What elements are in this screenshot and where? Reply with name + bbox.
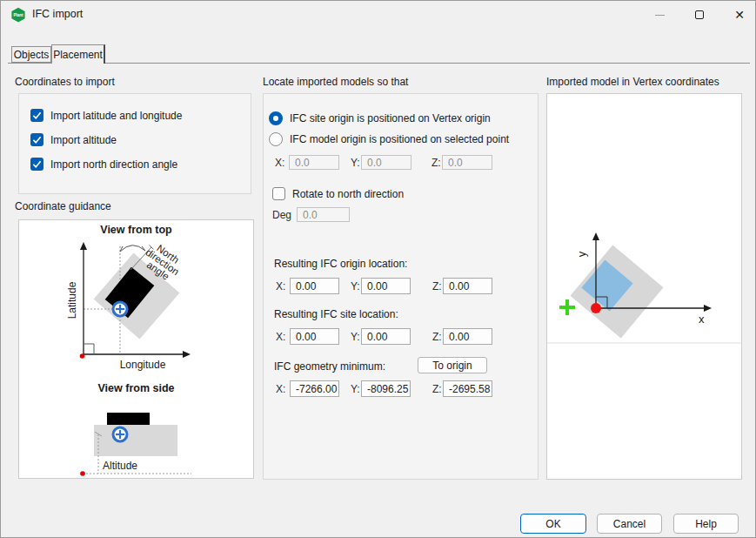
minimize-icon (655, 15, 665, 16)
x-axis-label: X: (276, 383, 285, 395)
close-button[interactable]: ✕ (725, 3, 754, 26)
coordinate-guidance-title: Coordinate guidance (15, 200, 111, 212)
vertex-preview-title: Imported model in Vertex coordinates (546, 76, 719, 88)
maximize-icon (695, 10, 704, 19)
deg-label: Deg (272, 209, 291, 221)
app-logo-icon: Plant (10, 7, 26, 23)
selected-point-x-field[interactable]: 0.0 (289, 155, 339, 170)
checkbox-label: Rotate to north direction (292, 188, 404, 200)
top-view-title: View from top (19, 224, 253, 236)
x-axis-label: X: (276, 280, 285, 293)
top-view-diagram: Latitude Longitude North direction angle (19, 237, 255, 380)
y-axis-arrow (592, 232, 599, 240)
check-icon (33, 112, 40, 118)
altitude-label: Altitude (103, 460, 137, 472)
origin-x-field[interactable]: 0.00 (290, 278, 339, 294)
origin-y-field[interactable]: 0.00 (361, 278, 411, 294)
site-y-field[interactable]: 0.00 (361, 328, 411, 345)
origin-z-field[interactable]: 0.00 (443, 278, 492, 294)
radio-unselected-icon (269, 132, 283, 146)
locate-group: IFC site origin is positioned on Vertex … (263, 93, 539, 480)
title-bar: Plant IFC import ✕ (1, 1, 755, 29)
z-axis-label: Z: (432, 383, 442, 395)
site-x-field[interactable]: 0.00 (290, 328, 339, 345)
checkbox-checked-icon (30, 158, 43, 171)
checkbox-import-altitude[interactable]: Import altitude (30, 133, 117, 146)
tab-placement[interactable]: Placement (51, 44, 105, 64)
z-axis-label: Z: (432, 331, 442, 343)
checkbox-import-latitude[interactable]: Import latitude and longitude (30, 109, 182, 122)
minimum-x-field[interactable]: -7266.00 (290, 380, 339, 397)
checkbox-rotate-north[interactable]: Rotate to north direction (272, 187, 404, 200)
origin-location-heading: Resulting IFC origin location: (274, 258, 407, 270)
radio-label: IFC site origin is positioned on Vertex … (290, 112, 491, 124)
ok-button[interactable]: OK (520, 514, 586, 534)
angle-arc (120, 245, 145, 252)
app-badge-text: Plant (13, 13, 23, 17)
locate-title: Locate imported models so that (263, 76, 408, 88)
minimum-z-field[interactable]: -2695.58 (443, 380, 492, 397)
minimum-y-field[interactable]: -8096.25 (361, 380, 411, 397)
cancel-button[interactable]: Cancel (597, 514, 662, 534)
latitude-axis-label: Latitude (66, 281, 78, 319)
maximize-button[interactable] (685, 3, 714, 26)
radio-site-origin[interactable]: IFC site origin is positioned on Vertex … (269, 111, 491, 125)
checkbox-checked-icon (30, 109, 43, 122)
y-axis-label: y (575, 251, 588, 257)
origin-dot (591, 303, 601, 313)
checkbox-label: Import latitude and longitude (50, 110, 182, 122)
radio-label: IFC model origin is positioned on select… (290, 133, 509, 145)
z-axis-label: Z: (432, 280, 442, 293)
site-shape (94, 425, 177, 456)
origin-dot (80, 353, 85, 359)
latitude-axis-arrow (80, 242, 87, 250)
z-axis-label: Z: (432, 157, 441, 169)
check-icon (33, 161, 40, 166)
origin-dot (80, 471, 85, 476)
tab-objects-label: Objects (14, 49, 50, 61)
geometry-minimum-heading: IFC geometry minimum: (274, 360, 385, 373)
y-axis-label: Y: (351, 157, 360, 169)
coordinates-to-import-group: Import latitude and longitude Import alt… (18, 93, 251, 194)
site-location-heading: Resulting IFC site location: (274, 308, 398, 320)
tab-placement-label: Placement (53, 49, 103, 61)
coordinate-guidance-panel: View from top Latitude Longitude North (18, 219, 254, 479)
vertex-preview-diagram: y x (547, 94, 741, 479)
x-axis-label: X: (276, 331, 285, 343)
checkbox-checked-icon (30, 133, 43, 146)
to-origin-button[interactable]: To origin (418, 357, 487, 373)
checkbox-unchecked-icon (272, 187, 285, 200)
radio-selected-icon (269, 111, 283, 125)
x-axis-label: x (699, 313, 705, 326)
y-axis-label: Y: (351, 331, 360, 343)
coordinates-to-import-title: Coordinates to import (15, 76, 115, 88)
checkbox-import-north-angle[interactable]: Import north direction angle (30, 158, 177, 171)
selected-point-y-field[interactable]: 0.0 (361, 155, 411, 170)
longitude-axis-arrow (183, 351, 191, 358)
tab-objects[interactable]: Objects (11, 46, 51, 63)
x-axis-label: X: (275, 157, 284, 169)
y-axis-label: Y: (351, 280, 360, 293)
x-axis-arrow (704, 305, 712, 312)
right-angle-mark (84, 344, 94, 354)
help-button[interactable]: Help (673, 514, 739, 534)
tab-strip-divider (8, 63, 750, 64)
window-title: IFC import (32, 8, 83, 20)
side-view-diagram: Altitude (19, 396, 255, 478)
checkbox-label: Import north direction angle (50, 158, 177, 171)
checkbox-label: Import altitude (50, 134, 117, 146)
deg-field[interactable]: 0.0 (297, 207, 350, 222)
minimize-button[interactable] (645, 3, 674, 26)
vertex-preview-panel: y x (546, 93, 742, 480)
site-z-field[interactable]: 0.00 (443, 328, 492, 345)
side-view-title: View from side (19, 382, 253, 394)
longitude-axis-label: Longitude (120, 359, 166, 371)
selected-point-z-field[interactable]: 0.0 (442, 155, 492, 170)
ifc-import-dialog: Plant IFC import ✕ Objects Placement Coo… (0, 0, 756, 538)
y-axis-label: Y: (351, 383, 360, 395)
radio-model-origin[interactable]: IFC model origin is positioned on select… (269, 132, 509, 146)
check-icon (33, 137, 40, 142)
close-icon: ✕ (734, 9, 745, 21)
